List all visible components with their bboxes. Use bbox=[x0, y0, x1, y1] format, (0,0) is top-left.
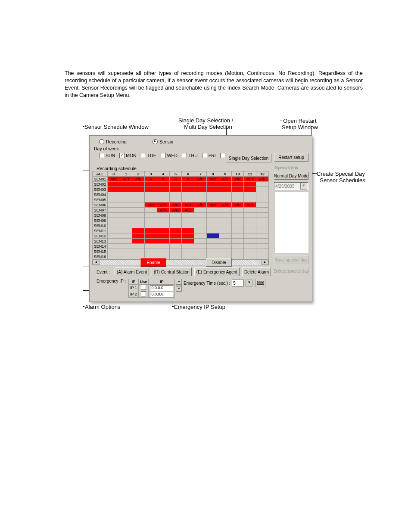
checkbox[interactable] bbox=[202, 153, 207, 158]
emergency-time-dropdown[interactable]: ▼ bbox=[246, 280, 252, 286]
sensor-radio[interactable]: Sensor bbox=[153, 139, 174, 144]
ip-address-input[interactable] bbox=[150, 292, 173, 297]
callout-special-day: Create Special Day Sensor Schedules bbox=[317, 171, 365, 184]
emergency-time-input[interactable] bbox=[232, 280, 244, 286]
single-day-selection-button[interactable]: Single Day Selection bbox=[226, 154, 271, 162]
emergency-time-label: Emergency Time (sec.) : bbox=[184, 281, 230, 286]
checkbox[interactable] bbox=[161, 153, 166, 158]
special-day-date-field[interactable]: 4/25/2005▼ bbox=[274, 182, 308, 190]
disable-button[interactable]: Disable bbox=[206, 258, 232, 267]
day-label: SUN bbox=[106, 153, 115, 158]
day-label: FRI bbox=[209, 153, 216, 158]
day-label: WED bbox=[167, 153, 178, 158]
chevron-down-icon[interactable]: ▼ bbox=[300, 183, 307, 190]
day-label: MON bbox=[126, 153, 137, 158]
day-fri[interactable]: FRI bbox=[202, 153, 216, 158]
checkbox[interactable] bbox=[99, 153, 104, 158]
day-mon[interactable]: MON bbox=[119, 153, 137, 158]
sensor-radio-label: Sensor bbox=[159, 139, 174, 144]
ip-address-input[interactable] bbox=[150, 285, 173, 291]
schedule-grid[interactable]: ALL0123456789101112SEN01A/RA/RA/RAAAAA/R… bbox=[92, 171, 269, 265]
day-label: TUE bbox=[147, 153, 156, 158]
checkbox[interactable] bbox=[182, 153, 187, 158]
keyboard-icon-button[interactable]: ⌨ bbox=[255, 279, 265, 287]
special-day-label: Special day bbox=[275, 165, 308, 170]
recording-radio-label: Recording bbox=[106, 139, 127, 144]
callout-sensor-window: Sensor Schedule Window bbox=[84, 124, 149, 130]
emergency-ip-label: Emergency IP : bbox=[97, 279, 127, 283]
special-day-listbox[interactable] bbox=[274, 192, 308, 253]
checkbox[interactable] bbox=[220, 153, 225, 158]
ip-table[interactable]: IPUseIPIP 1IP 2 bbox=[128, 279, 175, 298]
normal-day-mode-button[interactable]: Normal Day Mode bbox=[274, 172, 308, 180]
scroll-left-arrow[interactable]: ◄ bbox=[93, 260, 100, 265]
ip-spin-down[interactable]: ▼ bbox=[176, 286, 182, 292]
checkbox[interactable] bbox=[141, 153, 146, 158]
event-button[interactable]: (A) Alarm Event bbox=[115, 268, 149, 276]
callout-open-restart: Open Restart Setup Window bbox=[282, 118, 318, 131]
ip-use-checkbox[interactable] bbox=[141, 291, 146, 296]
keyboard-icon: ⌨ bbox=[257, 280, 264, 286]
ip-use-checkbox[interactable] bbox=[141, 285, 146, 290]
checkbox[interactable] bbox=[119, 153, 125, 158]
schedule-dialog: Recording Sensor Day of week SUNMONTUEWE… bbox=[89, 135, 312, 302]
enable-button[interactable]: Enable bbox=[140, 258, 166, 267]
event-button[interactable]: Delete Alarm bbox=[242, 268, 271, 276]
save-special-day-button[interactable]: Save special day bbox=[274, 255, 308, 264]
callout-alarm-options: Alarm Options bbox=[85, 304, 120, 310]
event-button[interactable]: (R) Central Station bbox=[152, 268, 192, 276]
ip-spin-up[interactable]: ▲ bbox=[176, 279, 182, 284]
restart-setup-button[interactable]: Restart setup bbox=[274, 153, 308, 162]
callout-single-multi: Single Day Selection / Multi Day Selecti… bbox=[178, 117, 233, 130]
event-label: Event : bbox=[97, 270, 115, 274]
event-button[interactable]: (E) Emergency Agent bbox=[194, 268, 240, 276]
day-wed[interactable]: WED bbox=[161, 153, 178, 158]
day-thu[interactable]: THU bbox=[182, 153, 198, 158]
day-tue[interactable]: TUE bbox=[141, 153, 156, 158]
day-label: THU bbox=[188, 153, 198, 158]
date-value: 4/25/2005 bbox=[275, 184, 295, 189]
day-of-week-label: Day of week bbox=[90, 145, 312, 152]
callout-emergency-ip: Emergency IP Setup bbox=[174, 304, 225, 310]
delete-special-day-button[interactable]: Delete special day bbox=[274, 267, 308, 275]
day-sun[interactable]: SUN bbox=[99, 153, 115, 158]
intro-paragraph: The sensors will supersede all other typ… bbox=[65, 70, 363, 99]
recording-radio[interactable]: Recording bbox=[99, 139, 127, 144]
